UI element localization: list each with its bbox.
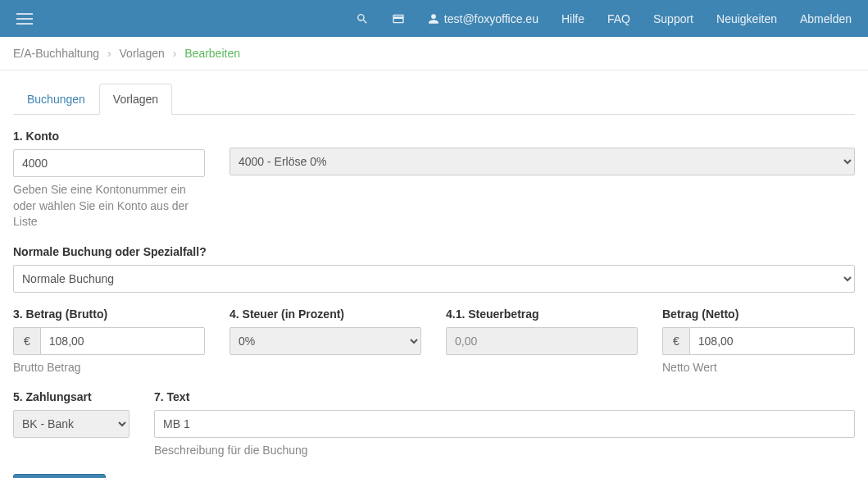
card-icon[interactable] [392,12,405,25]
label-steuerbetrag: 4.1. Steuerbetrag [446,307,638,321]
save-button[interactable]: Speichern [13,474,106,478]
breadcrumb: E/A-Buchhaltung › Vorlagen › Bearbeiten [0,37,868,71]
chevron-right-icon: › [107,47,111,60]
user-link[interactable]: test@foxyoffice.eu [428,12,539,25]
nav-hilfe[interactable]: Hilfe [561,12,584,25]
steuerbetrag-input [446,327,638,355]
tab-vorlagen[interactable]: Vorlagen [99,84,172,115]
label-spezialfall: Normale Buchung oder Spezialfall? [13,245,855,258]
netto-input[interactable] [689,327,855,355]
label-steuer: 4. Steuer (in Prozent) [229,307,421,321]
breadcrumb-item-1[interactable]: Vorlagen [120,47,165,60]
label-netto: Betrag (Netto) [662,307,855,321]
nav-neuigkeiten[interactable]: Neuigkeiten [716,12,777,25]
konto-select[interactable]: 4000 - Erlöse 0% [229,148,855,175]
help-netto: Netto Wert [662,360,855,376]
tab-buchungen[interactable]: Buchungen [13,84,99,115]
zahlungsart-select[interactable]: BK - Bank [13,410,130,438]
nav-faq[interactable]: FAQ [607,12,630,25]
text-input[interactable] [154,410,855,438]
currency-symbol: € [13,327,40,355]
user-email: test@foxyoffice.eu [444,12,539,25]
konto-input[interactable] [13,149,205,177]
help-brutto: Brutto Betrag [13,360,205,376]
currency-symbol: € [662,327,689,355]
brutto-input[interactable] [40,327,205,355]
help-konto: Geben Sie eine Kontonummer ein oder wähl… [13,182,205,230]
label-brutto: 3. Betrag (Brutto) [13,307,205,321]
label-konto: 1. Konto [13,130,205,143]
label-zahlungsart: 5. Zahlungsart [13,390,130,403]
chevron-right-icon: › [173,47,177,60]
steuer-select[interactable]: 0% [229,327,421,355]
label-text: 7. Text [154,390,855,403]
tabs: Buchungen Vorlagen [13,84,855,115]
spezialfall-select[interactable]: Normale Buchung [13,265,855,293]
help-text: Beschreibung für die Buchung [154,443,855,459]
breadcrumb-item-2: Bearbeiten [184,47,240,60]
nav-support[interactable]: Support [653,12,693,25]
top-navbar: test@foxyoffice.eu Hilfe FAQ Support Neu… [0,0,868,37]
breadcrumb-item-0[interactable]: E/A-Buchhaltung [13,47,99,60]
search-icon[interactable] [356,12,369,25]
nav-abmelden[interactable]: Abmelden [800,12,852,25]
menu-toggle-icon[interactable] [16,13,33,25]
